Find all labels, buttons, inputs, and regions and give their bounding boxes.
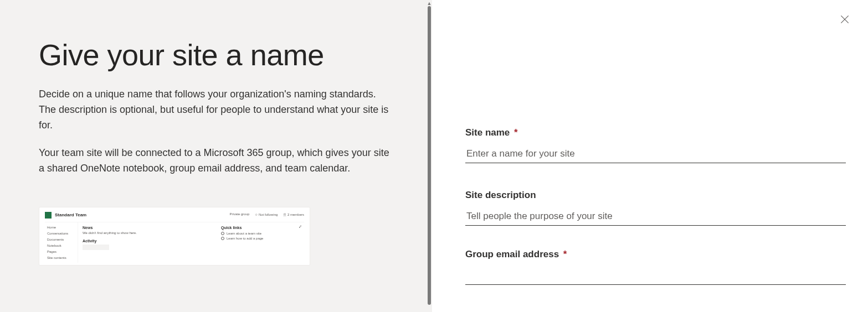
site-description-input[interactable] xyxy=(465,206,846,226)
preview-nav: Home Conversations Documents Notebook Pa… xyxy=(45,222,78,263)
preview-nav-item: Home xyxy=(47,226,75,229)
preview-following: ☆ Not following xyxy=(255,212,278,217)
preview-link-item: Learn how to add a page xyxy=(221,237,299,240)
group-email-input[interactable] xyxy=(465,266,846,285)
preview-link-item: Learn about a team site xyxy=(221,232,299,235)
field-group-email: Group email address * xyxy=(465,249,846,285)
form-pane: Site name * Site description Group email… xyxy=(432,0,868,312)
preview-site-title: Standard Team xyxy=(55,212,86,217)
preview-logo-icon xyxy=(45,212,52,219)
site-name-label: Site name * xyxy=(465,127,846,138)
left-scrollbar[interactable]: ▲ xyxy=(427,0,432,312)
preview-nav-item: Conversations xyxy=(47,232,75,235)
intro-paragraph-2: Your team site will be connected to a Mi… xyxy=(39,145,393,176)
site-name-input[interactable] xyxy=(465,144,846,163)
required-asterisk: * xyxy=(563,249,567,259)
preview-nav-item: Site contents xyxy=(47,256,75,259)
preview-activity-placeholder xyxy=(83,245,109,250)
preview-quicklinks-heading: Quick links xyxy=(221,226,299,230)
info-pane: Give your site a name Decide on a unique… xyxy=(0,0,432,312)
field-site-description: Site description xyxy=(465,190,846,226)
required-asterisk: * xyxy=(514,127,518,138)
globe-icon xyxy=(221,232,224,235)
site-description-label: Site description xyxy=(465,190,846,201)
preview-nav-item: Pages xyxy=(47,250,75,253)
globe-icon xyxy=(221,237,224,240)
expand-icon: ⤢ xyxy=(299,225,302,229)
preview-members: 요 2 members xyxy=(283,212,304,217)
close-icon xyxy=(839,14,850,25)
preview-privacy: Private group xyxy=(230,212,250,217)
preview-nav-item: Notebook xyxy=(47,244,75,247)
scroll-up-icon[interactable]: ▲ xyxy=(427,0,432,6)
scroll-thumb[interactable] xyxy=(428,6,431,305)
intro-text: Decide on a unique name that follows you… xyxy=(39,87,393,176)
intro-paragraph-1: Decide on a unique name that follows you… xyxy=(39,87,393,133)
field-site-name: Site name * xyxy=(465,127,846,163)
preview-nav-item: Documents xyxy=(47,238,75,241)
scroll-track[interactable] xyxy=(427,6,432,312)
group-email-label: Group email address * xyxy=(465,249,846,260)
page-title: Give your site a name xyxy=(39,39,393,71)
close-button[interactable] xyxy=(837,12,852,28)
site-preview-illustration: Standard Team Private group ☆ Not follow… xyxy=(39,207,310,266)
